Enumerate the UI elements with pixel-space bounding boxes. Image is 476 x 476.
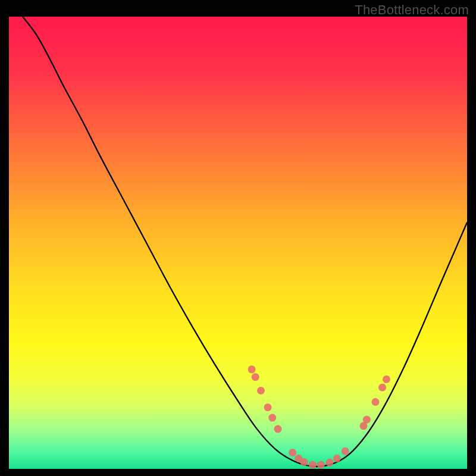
sample-dot <box>383 375 390 383</box>
sample-dot <box>342 447 349 455</box>
sample-dot <box>289 449 296 456</box>
sample-dot <box>309 461 317 469</box>
sample-dot <box>274 425 281 433</box>
sample-dot <box>300 458 308 466</box>
sample-dot <box>248 365 256 373</box>
watermark-text: TheBottleneck.com <box>355 2 469 18</box>
sample-dot <box>363 416 371 424</box>
chart-svg <box>9 17 467 469</box>
sample-dot <box>252 373 259 381</box>
sample-dot <box>326 459 334 466</box>
sample-dot <box>268 414 276 422</box>
sample-dot <box>333 455 341 462</box>
sample-dot <box>257 387 265 394</box>
chart-container <box>9 17 467 469</box>
sample-dot <box>372 398 380 406</box>
sample-dot <box>378 384 386 392</box>
sample-dot <box>264 403 272 411</box>
sample-dot <box>317 461 325 469</box>
